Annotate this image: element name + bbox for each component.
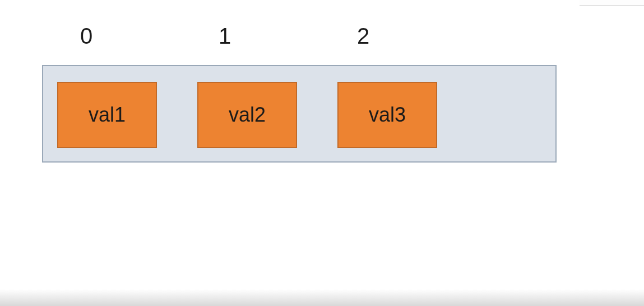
top-right-edge bbox=[580, 0, 644, 6]
index-row: 0 1 2 bbox=[42, 24, 558, 49]
index-label-1: 1 bbox=[180, 24, 319, 49]
bottom-shadow bbox=[0, 289, 644, 306]
array-cell-2: val3 bbox=[337, 82, 437, 148]
cell-value-1: val2 bbox=[229, 103, 266, 127]
index-label-2: 2 bbox=[319, 24, 457, 49]
array-cell-0: val1 bbox=[57, 82, 157, 148]
cells-row: val1 val2 val3 bbox=[57, 82, 437, 148]
array-container: val1 val2 val3 bbox=[42, 65, 557, 163]
diagram-canvas: 0 1 2 val1 val2 val3 bbox=[0, 0, 644, 306]
cell-value-2: val3 bbox=[369, 103, 406, 127]
index-label-0: 0 bbox=[42, 24, 180, 49]
cell-value-0: val1 bbox=[89, 103, 126, 127]
array-cell-1: val2 bbox=[197, 82, 297, 148]
